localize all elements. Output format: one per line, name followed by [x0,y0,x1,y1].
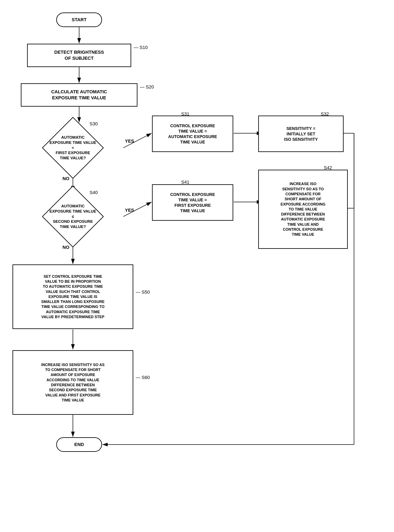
s50-step: — S50 [136,289,150,295]
s10-step: — S10 [134,45,148,50]
s42-box: INCREASE ISOSENSITIVITY SO AS TOCOMPENSA… [258,170,348,249]
s20-label: CALCULATE AUTOMATICEXPOSURE TIME VALUE [51,89,107,101]
s60-step: — S60 [136,375,150,380]
end-label: END [74,442,84,448]
s42-step: S42 [324,165,332,170]
s30-yes-label: YES [125,139,134,144]
end-shape: END [56,437,102,452]
s60-label: INCREASE ISO SENSITIVITY SO ASTO COMPENS… [41,362,104,403]
s30-no-label: NO [62,176,69,181]
s40-yes-label: YES [125,208,134,213]
s10-label: DETECT BRIGHTNESSOF SUBJECT [54,49,104,61]
s40-step: S40 [89,190,98,195]
s42-label: INCREASE ISOSENSITIVITY SO AS TOCOMPENSA… [280,181,325,237]
s32-label: SENSITIVITY =INITIALLY SETISO SENSITIVIT… [284,126,318,142]
s20-step: — S20 [140,84,154,90]
s31-box: CONTROL EXPOSURETIME VALUE =AUTOMATIC EX… [152,116,233,152]
s41-step: S41 [181,180,189,185]
start-label: START [72,17,87,23]
s41-box: CONTROL EXPOSURETIME VALUE =FIRST EXPOSU… [152,184,233,221]
s50-box: SET CONTROL EXPOSURE TIMEVALUE TO BE IN … [12,264,133,329]
s40-diamond-wrapper: AUTOMATICEXPOSURE TIME VALUE ≤SECOND EXP… [17,190,129,244]
s30-diamond-wrapper: AUTOMATICEXPOSURE TIME VALUE <FIRST EXPO… [17,121,129,175]
s60-box: INCREASE ISO SENSITIVITY SO ASTO COMPENS… [12,350,133,415]
s31-label: CONTROL EXPOSURETIME VALUE =AUTOMATIC EX… [168,123,217,145]
start-shape: START [56,12,102,27]
s20-box: CALCULATE AUTOMATICEXPOSURE TIME VALUE [21,83,137,107]
s10-box: DETECT BRIGHTNESSOF SUBJECT [27,44,131,67]
s30-label: AUTOMATICEXPOSURE TIME VALUE <FIRST EXPO… [48,135,98,160]
s40-label: AUTOMATICEXPOSURE TIME VALUE ≤SECOND EXP… [48,204,98,229]
s32-box: SENSITIVITY =INITIALLY SETISO SENSITIVIT… [258,116,344,152]
s50-label: SET CONTROL EXPOSURE TIMEVALUE TO BE IN … [41,274,104,320]
s32-step: S32 [321,111,329,117]
s31-step: S31 [181,111,189,117]
s40-no-label: NO [62,245,69,250]
s41-label: CONTROL EXPOSURETIME VALUE =FIRST EXPOSU… [170,192,215,213]
s30-step: S30 [89,121,98,127]
flowchart-diagram: START DETECT BRIGHTNESSOF SUBJECT — S10 … [0,0,394,532]
